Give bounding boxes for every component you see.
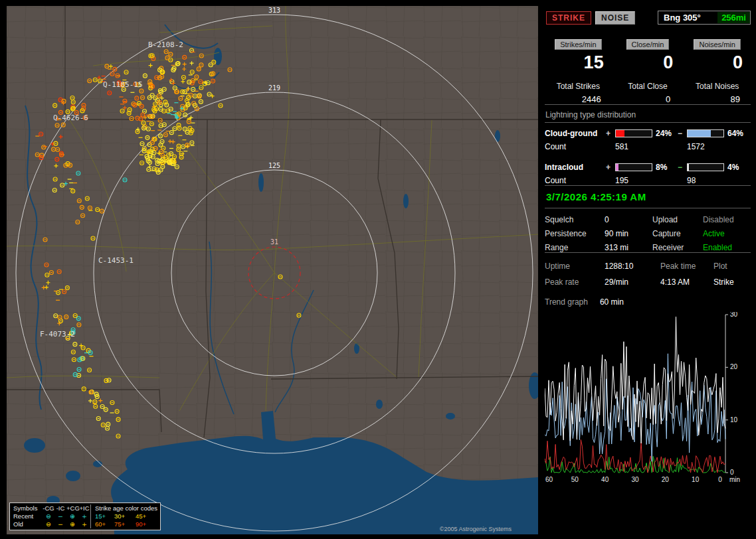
status-panel: STRIKE NOISE Bng 305° 256mi Strikes/min …: [545, 7, 751, 534]
intracloud-label: Intracloud: [545, 163, 606, 172]
ic-positive-count: 195: [615, 176, 678, 185]
legend-age-code: 90+: [136, 520, 157, 528]
cg-positive-count: 581: [615, 142, 678, 151]
minus-sign: −: [678, 163, 687, 172]
peak-time-label: Peak time: [660, 262, 713, 271]
receiver-status: Enabled: [703, 243, 751, 252]
distribution-title: Lightning type distribution: [545, 110, 751, 123]
legend-column-header: -IC: [54, 504, 66, 512]
map-display[interactable]: 31321912531B-2108-2Q-1185-15Q-4626-6C-14…: [7, 6, 538, 534]
plus-sign: +: [606, 163, 615, 172]
legend-symbol-icon: −: [54, 512, 66, 520]
capture-status: Active: [703, 229, 751, 238]
ic-positive-pct: 8%: [652, 163, 678, 172]
noises-per-min-header: Noises/min: [694, 39, 740, 50]
svg-text:C-1453-1: C-1453-1: [98, 256, 134, 265]
minus-sign: −: [678, 129, 687, 138]
svg-text:10: 10: [730, 416, 738, 424]
trend-graph-header: Trend graph 60 min: [545, 297, 751, 307]
strike-mode-button[interactable]: STRIKE: [546, 11, 591, 25]
cloud-ground-row: Cloud-ground + 24% − 64%: [545, 129, 751, 138]
legend-column-header: +CG: [66, 504, 78, 512]
svg-text:31: 31: [270, 238, 278, 246]
rates-section: Strikes/min Close/min Noises/min 15 0 0 …: [545, 39, 751, 104]
uptime-section: Uptime 1288:10 Peak time Plot Peak rate …: [545, 262, 751, 287]
svg-text:0: 0: [718, 476, 722, 483]
svg-text:min: min: [729, 476, 740, 483]
svg-text:Q-4626-6: Q-4626-6: [53, 114, 88, 122]
bearing-readout: Bng 305° 256mi: [658, 11, 751, 25]
svg-text:0: 0: [730, 469, 734, 476]
total-close-label: Total Close: [614, 82, 682, 91]
noise-mode-button[interactable]: NOISE: [595, 11, 635, 25]
legend-symbols-label: Symbols: [13, 504, 43, 512]
cg-positive-bar-fill: [616, 130, 624, 137]
ic-negative-bar-fill: [688, 164, 689, 171]
legend-symbol-icon: ⊖: [43, 520, 54, 528]
strikes-per-min-header: Strikes/min: [555, 39, 601, 50]
receiver-label: Receiver: [652, 243, 703, 252]
cg-negative-count: 1572: [687, 142, 751, 151]
legend-symbol-icon: ⊕: [66, 520, 78, 528]
bearing-label: Bng 305°: [664, 13, 701, 23]
legend-age-code: 15+: [90, 512, 114, 520]
upload-label: Upload: [652, 215, 703, 224]
svg-text:313: 313: [268, 7, 280, 14]
current-datetime: 3/7/2026 4:25:19 AM: [545, 186, 751, 208]
map-canvas: 31321912531B-2108-2Q-1185-15Q-4626-6C-14…: [7, 6, 538, 534]
cg-negative-pct: 64%: [724, 129, 751, 138]
cg-negative-bar: [687, 129, 724, 137]
map-legend: Symbols -CG-IC+CG+IC Strike age color co…: [9, 502, 161, 530]
svg-text:F-4073-2: F-4073-2: [40, 330, 75, 339]
trend-graph-window: 60 min: [600, 297, 624, 307]
svg-text:219: 219: [268, 84, 280, 92]
svg-text:40: 40: [601, 476, 609, 483]
total-close-value: 0: [614, 94, 682, 104]
bearing-distance-value: 256mi: [717, 12, 750, 23]
legend-age-code: 75+: [114, 520, 136, 528]
plot-label: Plot: [713, 262, 751, 271]
legend-age-title: Strike age color codes: [90, 504, 157, 512]
svg-text:30: 30: [730, 312, 738, 318]
trend-graph-chart: 30201006050403020100min: [545, 312, 751, 489]
count-label: Count: [545, 176, 606, 185]
ic-negative-bar: [687, 163, 724, 171]
upload-status: Disabled: [703, 215, 751, 224]
total-strikes-value: 2446: [545, 94, 612, 104]
persistence-value: 90 min: [605, 229, 652, 238]
uptime-value: 1288:10: [605, 262, 660, 271]
close-per-min-header: Close/min: [626, 39, 670, 50]
legend-row-label: Recent: [13, 512, 43, 520]
ic-positive-bar: [615, 163, 652, 171]
svg-text:B-2108-2: B-2108-2: [148, 40, 183, 49]
separator: [545, 252, 751, 253]
persistence-label: Persistence: [545, 229, 605, 238]
total-noises-value: 89: [684, 94, 751, 104]
cg-positive-bar: [615, 129, 652, 137]
intracloud-count-row: Count 195 98: [545, 176, 751, 185]
cg-negative-bar-fill: [688, 130, 711, 137]
squelch-value: 0: [605, 215, 652, 224]
separator: [545, 104, 751, 105]
plus-sign: +: [606, 129, 615, 138]
legend-age-code: 60+: [90, 520, 114, 528]
svg-text:Q-1185-15: Q-1185-15: [103, 80, 143, 89]
peak-time-value: 4:13 AM: [660, 277, 713, 287]
strikes-per-min-value: 15: [545, 52, 612, 76]
legend-age-code: 45+: [136, 512, 157, 520]
trend-line-noise-rate: [545, 456, 725, 473]
range-value: 313 mi: [605, 243, 652, 252]
legend-symbol-icon: +: [78, 520, 90, 528]
svg-text:20: 20: [730, 363, 738, 370]
cg-positive-pct: 24%: [652, 129, 678, 138]
noises-per-min-value: 0: [684, 52, 751, 76]
settings-section: Squelch 0 Upload Disabled Persistence 90…: [545, 215, 751, 252]
plot-mode-value: Strike: [713, 277, 751, 287]
total-noises-label: Total Noises: [684, 82, 751, 91]
legend-symbol-icon: ⊕: [66, 512, 78, 520]
trend-series: [545, 317, 725, 473]
squelch-label: Squelch: [545, 215, 605, 224]
ic-negative-pct: 4%: [724, 163, 751, 172]
legend-row-label: Old: [13, 520, 43, 528]
trend-graph-canvas: 30201006050403020100min: [545, 312, 745, 487]
